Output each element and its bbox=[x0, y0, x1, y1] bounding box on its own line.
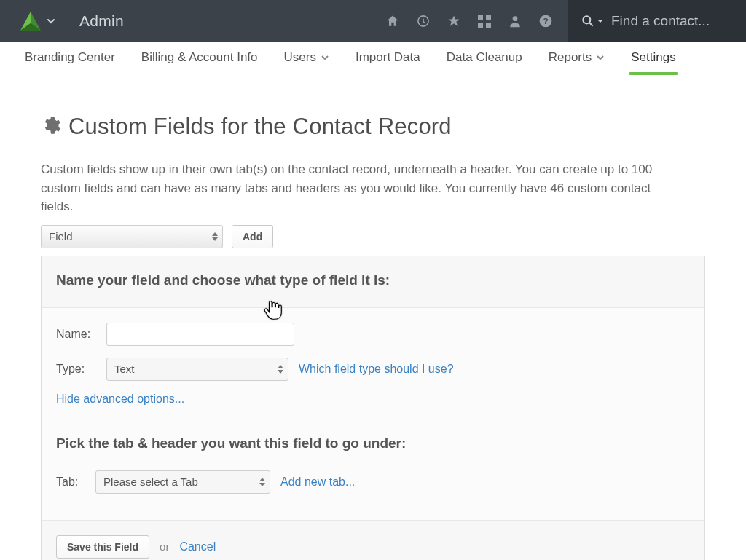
svg-rect-4 bbox=[478, 15, 483, 20]
topbar-section-title: Admin bbox=[79, 12, 124, 30]
svg-rect-7 bbox=[486, 23, 491, 28]
topbar-icon-group: ? bbox=[385, 14, 568, 28]
name-input[interactable] bbox=[106, 323, 294, 346]
infusionsoft-logo-icon bbox=[20, 12, 41, 31]
home-icon[interactable] bbox=[385, 14, 400, 28]
separator bbox=[56, 419, 690, 419]
svg-point-11 bbox=[583, 16, 590, 23]
help-icon[interactable]: ? bbox=[538, 14, 553, 28]
app-switcher[interactable] bbox=[0, 12, 63, 31]
field-panel: Name your field and choose what type of … bbox=[41, 256, 705, 561]
nav-users[interactable]: Users bbox=[284, 42, 329, 74]
panel-footer: Save this Field or Cancel bbox=[42, 520, 704, 561]
topbar-left: Admin bbox=[0, 0, 124, 42]
type-label: Type: bbox=[56, 363, 96, 376]
top-bar: Admin ? Find a contact... bbox=[0, 0, 746, 42]
nav-billing[interactable]: Billing & Account Info bbox=[141, 42, 258, 74]
star-icon[interactable] bbox=[447, 14, 461, 28]
add-new-tab-link[interactable]: Add new tab... bbox=[280, 476, 355, 489]
page-title: Custom Fields for the Contact Record bbox=[68, 114, 452, 140]
page-header: Custom Fields for the Contact Record bbox=[41, 114, 705, 140]
row-name: Name: bbox=[56, 323, 690, 346]
add-type-select-value: Field bbox=[49, 230, 73, 242]
advanced-options-link[interactable]: Hide advanced options... bbox=[56, 393, 184, 405]
or-text: or bbox=[160, 540, 169, 553]
nav-reports[interactable]: Reports bbox=[549, 42, 605, 74]
svg-rect-5 bbox=[486, 15, 491, 20]
divider bbox=[66, 9, 66, 33]
page-content: Custom Fields for the Contact Record Cus… bbox=[0, 74, 746, 560]
search-icon bbox=[581, 14, 595, 28]
type-select-value: Text bbox=[114, 363, 135, 375]
row-type: Type: Text Which field type should I use… bbox=[56, 358, 690, 381]
nav-import-data[interactable]: Import Data bbox=[356, 42, 420, 74]
tab-select-value: Please select a Tab bbox=[103, 476, 198, 488]
nav-data-cleanup[interactable]: Data Cleanup bbox=[447, 42, 522, 74]
chevron-down-icon bbox=[596, 53, 605, 62]
panel-header: Name your field and choose what type of … bbox=[42, 256, 704, 308]
svg-point-8 bbox=[513, 16, 518, 21]
type-select[interactable]: Text bbox=[106, 358, 288, 381]
user-icon[interactable] bbox=[508, 14, 522, 28]
gear-icon bbox=[41, 115, 61, 138]
tab-select[interactable]: Please select a Tab bbox=[95, 470, 270, 494]
cancel-link[interactable]: Cancel bbox=[179, 540, 216, 553]
svg-rect-6 bbox=[478, 23, 483, 28]
add-type-select[interactable]: Field bbox=[41, 225, 223, 248]
type-help-link[interactable]: Which field type should I use? bbox=[299, 363, 454, 376]
add-button[interactable]: Add bbox=[232, 225, 273, 248]
search-placeholder: Find a contact... bbox=[611, 13, 710, 29]
stepper-arrows-icon bbox=[278, 365, 283, 374]
stepper-arrows-icon bbox=[259, 478, 265, 486]
name-label: Name: bbox=[56, 328, 96, 341]
nav-settings[interactable]: Settings bbox=[631, 42, 675, 74]
chevron-down-icon bbox=[47, 17, 55, 25]
save-field-button[interactable]: Save this Field bbox=[56, 535, 149, 559]
row-tab: Tab: Please select a Tab Add new tab... bbox=[56, 470, 690, 494]
apps-icon[interactable] bbox=[477, 14, 492, 28]
page-intro: Custom fields show up in their own tab(s… bbox=[41, 160, 675, 216]
svg-text:?: ? bbox=[543, 16, 548, 25]
stepper-arrows-icon bbox=[212, 232, 218, 241]
nav-branding-center[interactable]: Branding Center bbox=[25, 42, 115, 74]
add-row: Field Add bbox=[41, 225, 705, 248]
panel-header-title: Name your field and choose what type of … bbox=[56, 272, 690, 288]
clock-icon[interactable] bbox=[416, 14, 431, 28]
caret-down-icon bbox=[597, 17, 604, 25]
chevron-down-icon bbox=[321, 53, 329, 62]
panel-body: Name: Type: Text Which field type should… bbox=[42, 308, 704, 520]
pick-header: Pick the tab & header you want this fiel… bbox=[56, 435, 690, 451]
admin-nav: Branding Center Billing & Account Info U… bbox=[0, 42, 746, 74]
tab-label: Tab: bbox=[56, 476, 85, 489]
global-search[interactable]: Find a contact... bbox=[568, 0, 746, 42]
